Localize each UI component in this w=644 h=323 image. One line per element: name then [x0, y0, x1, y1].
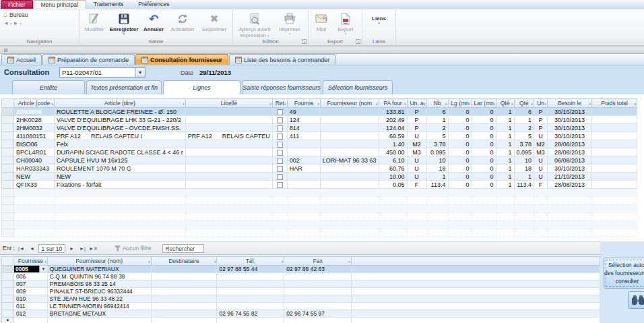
cell-un-a[interactable]: F: [407, 181, 426, 189]
row-selector[interactable]: [2, 124, 14, 132]
cell-libell[interactable]: [185, 140, 272, 148]
last-record-button[interactable]: ►|: [78, 244, 87, 253]
chevron-down-icon[interactable]: ▾: [123, 32, 125, 36]
cell-article-code[interactable]: 2HK0028: [14, 116, 55, 124]
cell-nb[interactable]: 113.4: [426, 181, 448, 189]
cell-libell[interactable]: [185, 181, 272, 189]
cell-t-l[interactable]: [217, 295, 284, 303]
nav-back-dropdown-icon[interactable]: ▾: [10, 22, 12, 26]
export-button[interactable]: Export ▾: [333, 10, 358, 38]
row-selector[interactable]: [2, 281, 14, 288]
cell-qt[interactable]: 1: [496, 148, 514, 156]
cell-article-titre[interactable]: Fixations - forfait: [55, 181, 186, 189]
new-record-button[interactable]: ►✱: [89, 244, 98, 253]
cell-ret[interactable]: [272, 108, 287, 116]
cell-fournisseur-nom[interactable]: [320, 148, 379, 156]
cell-nb[interactable]: 6: [426, 108, 448, 116]
cell-poids-total[interactable]: [592, 165, 637, 173]
cell-lg-mn[interactable]: 0: [448, 165, 472, 173]
cell-qt[interactable]: 3.78: [514, 140, 534, 148]
cell-un[interactable]: P: [534, 116, 548, 124]
cell-besoin-le[interactable]: 28/08/2013: [548, 181, 592, 189]
cell-article-titre[interactable]: ROULEMENT 1070 M 70 G: [55, 165, 186, 173]
search-input[interactable]: Rechercher: [162, 244, 204, 253]
cell-lg-mn[interactable]: 0: [448, 148, 472, 156]
actualiser-button[interactable]: Actualiser: [167, 10, 198, 38]
cell-un[interactable]: F: [534, 181, 548, 189]
row-selector-header[interactable]: [2, 257, 14, 266]
col-header-fournisse[interactable]: Fournisse▾: [13, 257, 47, 266]
cell-nb[interactable]: 18: [426, 165, 448, 173]
row-selector[interactable]: [2, 295, 14, 303]
cell-article-titre[interactable]: CAPSULE HVU M 16x125: [55, 156, 186, 165]
cell-ret[interactable]: [272, 140, 287, 148]
col-header-article-titre[interactable]: Article (titre)▾: [55, 99, 186, 108]
cell-libell[interactable]: [185, 116, 272, 124]
cell-besoin-le[interactable]: 30/10/2013: [548, 116, 592, 124]
supplier-code-combo[interactable]: 0005▼: [14, 266, 47, 272]
cell-fournis[interactable]: [287, 173, 320, 181]
ribbon-tab-traitements[interactable]: Traitements: [86, 0, 131, 9]
cell-fournisseur-nom[interactable]: PINAULT ST-BRIEUC 96332444: [47, 288, 151, 295]
cell-ret[interactable]: [272, 148, 287, 156]
enregistrer-button[interactable]: Enregistrer ▾: [108, 10, 140, 38]
cell-besoin-le[interactable]: 21/10/2013: [548, 173, 592, 181]
cell-article-titre[interactable]: Felx: [55, 140, 186, 148]
cell-fournisseur-nom[interactable]: [320, 181, 379, 189]
cell-qt[interactable]: 1: [496, 132, 514, 140]
cell-fournisseur-nom[interactable]: [320, 173, 379, 181]
cell-qt[interactable]: 18: [514, 165, 534, 173]
cell-poids-total[interactable]: [592, 124, 637, 132]
cell-destinataire[interactable]: [151, 266, 217, 273]
cell-article-titre[interactable]: VALVE D'EQUILIBRAGE - OVCDE.FMSH.SS.: [55, 124, 186, 132]
resize-handle[interactable]: [4, 49, 7, 52]
cell-lg-mn[interactable]: 0: [448, 124, 472, 132]
col-header-lar-mn[interactable]: Lar (mn▾: [472, 99, 496, 108]
cell-lg-mn[interactable]: 0: [448, 181, 472, 189]
annuler-button[interactable]: ↶ Annuler: [140, 10, 167, 38]
cell-fournisseur-nom[interactable]: [320, 140, 379, 148]
cell-lar-mn[interactable]: 0: [472, 140, 496, 148]
chevron-down-icon[interactable]: ▼: [39, 266, 47, 272]
cell-fournis[interactable]: [287, 148, 320, 156]
cell-fournisseur-nom[interactable]: LORI-MAT 96 33 63: [320, 156, 379, 165]
cell-fournisseur-nom[interactable]: [320, 132, 379, 140]
cell-qt[interactable]: 10: [514, 156, 534, 165]
cell-destinataire[interactable]: [151, 303, 217, 310]
col-header-nb[interactable]: Nb▾: [426, 99, 448, 108]
cell-nb[interactable]: 1: [426, 173, 448, 181]
cell-lar-mn[interactable]: 0: [472, 116, 496, 124]
cell-un-a[interactable]: U: [407, 132, 426, 140]
cell-ret[interactable]: [272, 156, 287, 165]
cell-fax[interactable]: [284, 273, 352, 281]
cell-destinataire[interactable]: [151, 273, 217, 281]
cell-lar-mn[interactable]: 0: [472, 173, 496, 181]
cell-lar-mn[interactable]: 0: [472, 165, 496, 173]
liens-button[interactable]: Liens ▾: [364, 10, 394, 38]
row-selector[interactable]: [2, 156, 14, 165]
cell-qt[interactable]: 1: [496, 156, 514, 165]
cell-poids-total[interactable]: [592, 173, 637, 181]
cell-un[interactable]: U: [534, 132, 548, 140]
cell-nb[interactable]: 3.78: [426, 140, 448, 148]
cell-un[interactable]: U: [534, 165, 548, 173]
cell-libell[interactable]: [185, 108, 272, 116]
cell-nb[interactable]: 5: [426, 132, 448, 140]
cell-ret[interactable]: [272, 116, 287, 124]
row-selector[interactable]: [2, 173, 14, 181]
cell-article-code[interactable]: BISO06: [14, 140, 55, 148]
record-position[interactable]: 1 sur 10: [38, 244, 65, 253]
col-header-fournisseur-nom[interactable]: Fournisseur (nom▾: [320, 99, 379, 108]
cell-ret[interactable]: [272, 173, 287, 181]
consultation-combo[interactable]: P11-02047/01 ▼: [59, 67, 146, 78]
row-selector[interactable]: [2, 288, 14, 295]
cell-article-code[interactable]: NEW: [14, 173, 55, 181]
subtab-s-lection-fournisseurs[interactable]: Sélection fournisseurs: [323, 80, 393, 94]
row-selector[interactable]: [2, 303, 14, 310]
cell-destinataire[interactable]: [151, 281, 217, 288]
cell-ret[interactable]: [272, 165, 287, 173]
cell-qt[interactable]: 1: [496, 116, 514, 124]
cell-poids-total[interactable]: [592, 108, 637, 116]
cell-poids-total[interactable]: [592, 132, 637, 140]
subtab-ent-te[interactable]: Entête: [12, 80, 85, 94]
